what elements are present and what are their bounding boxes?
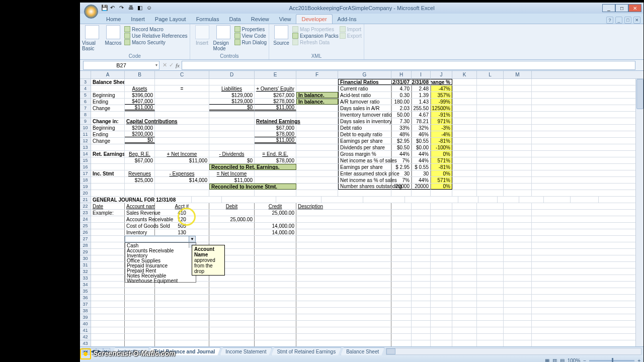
formula-bar: B27 ✕ ✓ fx — [80, 60, 643, 71]
restore-workbook-icon[interactable]: □ — [624, 17, 631, 24]
list-item[interactable]: Prepaid Insurance — [125, 263, 196, 268]
tab-insert[interactable]: Insert — [126, 15, 150, 24]
help-icon[interactable]: ? — [606, 17, 613, 24]
column-headers[interactable]: ABCDEFGHIJKLM — [80, 71, 643, 79]
list-item[interactable]: Office Supplies — [125, 258, 196, 263]
ribbon: Visual Basic Macros Record Macro Use Rel… — [80, 24, 643, 60]
fx-icon[interactable]: fx — [176, 62, 180, 68]
enter-icon[interactable]: ✓ — [169, 62, 174, 68]
zoom-out-icon[interactable]: − — [583, 358, 586, 363]
excel-window: 💾 ↶ ↷ 🖶 ◧ ☺ Acc201BookkeepingForASimpleC… — [80, 3, 643, 355]
list-item[interactable]: Inventory — [125, 253, 196, 258]
properties-button[interactable]: Properties — [234, 26, 267, 32]
group-controls: Insert Design Mode Properties View Code … — [190, 24, 269, 59]
view-code-button[interactable]: View Code — [234, 33, 267, 39]
view-break-icon[interactable]: ▤ — [560, 358, 565, 363]
map-properties-button: Map Properties — [292, 26, 339, 32]
sheet-tab[interactable]: Balance Sheet — [341, 347, 384, 355]
zoom-in-icon[interactable]: + — [637, 358, 640, 363]
tab-view[interactable]: View — [274, 15, 296, 24]
sheet-tab[interactable]: Stmt of Retained Earnings — [271, 347, 341, 355]
vertical-scrollbar[interactable] — [635, 79, 643, 346]
formula-input[interactable] — [182, 61, 635, 70]
import-button: Import — [340, 26, 362, 32]
visual-basic-button[interactable]: Visual Basic — [82, 25, 102, 51]
quick-access-toolbar: 💾 ↶ ↷ 🖶 ◧ ☺ — [101, 5, 153, 12]
macros-button[interactable]: Macros — [103, 25, 123, 46]
qat-icon[interactable]: ☺ — [146, 5, 153, 12]
group-code: Visual Basic Macros Record Macro Use Rel… — [80, 24, 190, 59]
zoom-slider[interactable] — [589, 360, 634, 361]
minimize-button[interactable]: _ — [602, 4, 615, 12]
macro-security-button[interactable]: Macro Security — [124, 39, 188, 45]
worksheet-grid[interactable]: ABCDEFGHIJKLM 34567891011121314151617181… — [80, 71, 643, 346]
watermark: Screencast-O-Matic.com — [80, 348, 175, 359]
save-icon[interactable]: 💾 — [101, 5, 108, 12]
tab-developer[interactable]: Developer — [296, 14, 332, 24]
cells-area[interactable]: Balance Sheet Equation:Financial Ratios1… — [91, 79, 635, 346]
view-layout-icon[interactable]: ▥ — [552, 358, 557, 363]
validation-dropdown-list[interactable]: Cash Accounts Receivable Inventory Offic… — [125, 242, 196, 283]
row-headers[interactable]: 3456789101112131415161718192021222324252… — [80, 79, 91, 346]
list-item[interactable]: Accounts Receivable — [125, 248, 196, 253]
view-normal-icon[interactable]: ▦ — [545, 358, 549, 363]
print-icon[interactable]: 🖶 — [128, 5, 135, 12]
tab-formulas[interactable]: Formulas — [191, 15, 224, 24]
source-button[interactable]: Source — [271, 25, 291, 46]
office-button[interactable] — [84, 5, 98, 19]
design-mode-button[interactable]: Design Mode — [213, 25, 233, 51]
list-item[interactable]: Warehouse Equipment — [125, 278, 196, 283]
list-item[interactable]: Prepaid Rent — [125, 268, 196, 273]
tab-page-layout[interactable]: Page Layout — [150, 15, 191, 24]
list-item[interactable]: Cash — [125, 243, 196, 248]
run-dialog-button[interactable]: Run Dialog — [234, 39, 267, 45]
redo-icon[interactable]: ↷ — [119, 5, 126, 12]
undo-icon[interactable]: ↶ — [110, 5, 117, 12]
export-button: Export — [340, 33, 362, 39]
refresh-data-button: Refresh Data — [292, 39, 339, 45]
tab-home[interactable]: Home — [101, 15, 126, 24]
ribbon-tabs: Home Insert Page Layout Formulas Data Re… — [80, 14, 643, 24]
record-macro-button[interactable]: Record Macro — [124, 26, 188, 32]
expansion-packs-button[interactable]: Expansion Packs — [292, 33, 339, 39]
name-box[interactable]: B27 — [83, 61, 159, 70]
zoom-level[interactable]: 100% — [568, 358, 581, 363]
use-relative-refs-button[interactable]: Use Relative References — [124, 33, 188, 39]
tab-review[interactable]: Review — [246, 15, 274, 24]
list-item[interactable]: Notes Receivable — [125, 273, 196, 278]
maximize-button[interactable]: □ — [615, 4, 628, 12]
close-button[interactable]: ✕ — [628, 4, 641, 12]
dropdown-button[interactable]: ▼ — [189, 236, 196, 242]
group-xml: Source Map Properties Expansion Packs Re… — [269, 24, 364, 59]
insert-control-button[interactable]: Insert — [192, 25, 212, 46]
active-cell-b27[interactable] — [125, 236, 189, 242]
minimize-ribbon-icon[interactable]: _ — [615, 17, 622, 24]
titlebar: 💾 ↶ ↷ 🖶 ◧ ☺ Acc201BookkeepingForASimpleC… — [80, 3, 643, 14]
validation-tooltip: Account Name approved from the drop — [192, 245, 225, 276]
qat-icon[interactable]: ◧ — [137, 5, 144, 12]
cancel-icon[interactable]: ✕ — [163, 62, 167, 68]
window-title: Acc201BookkeepingForASimpleCompany - Mic… — [289, 5, 434, 11]
close-workbook-icon[interactable]: ✕ — [633, 17, 640, 24]
horizontal-scrollbar[interactable] — [386, 348, 641, 355]
tab-addins[interactable]: Add-Ins — [333, 15, 362, 24]
tab-data[interactable]: Data — [224, 15, 246, 24]
sheet-tab[interactable]: Income Statement — [220, 347, 272, 355]
